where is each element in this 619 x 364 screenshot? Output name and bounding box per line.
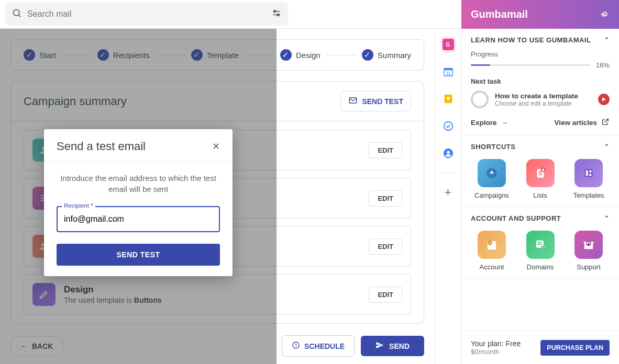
sidebar-add-icon[interactable]: +	[440, 185, 456, 200]
svg-rect-43	[586, 170, 588, 176]
svg-point-30	[447, 97, 450, 100]
progress-percent: 16%	[596, 61, 610, 69]
edit-design-button[interactable]: EDIT	[369, 287, 402, 303]
step-summary[interactable]: ✓Summary	[362, 49, 411, 61]
domains-link[interactable]: Domains	[519, 231, 561, 271]
plan-footer: Your plan: Free $0/month PURCHASE PLAN	[461, 331, 619, 364]
clock-icon	[292, 341, 300, 351]
sidebar-calendar-icon[interactable]: 31	[440, 64, 456, 79]
svg-rect-4	[274, 10, 275, 12]
recipient-input[interactable]	[57, 206, 220, 232]
domains-icon	[526, 231, 555, 259]
lists-icon	[526, 159, 555, 187]
gumbamail-logo-icon: ꩜	[600, 9, 610, 20]
sidebar-keep-icon[interactable]	[440, 91, 456, 107]
account-link[interactable]: Account	[471, 231, 513, 271]
edit-recipients-button[interactable]: EDIT	[369, 238, 402, 255]
envelope-icon	[348, 96, 358, 107]
chevron-up-icon: ⌃	[604, 143, 610, 151]
search-input[interactable]	[22, 9, 271, 19]
svg-point-33	[447, 151, 450, 154]
svg-point-58	[587, 243, 588, 244]
next-task-label: Next task	[471, 77, 610, 85]
search-icon	[12, 8, 22, 20]
svg-rect-45	[589, 174, 591, 176]
search-bar[interactable]	[5, 3, 288, 26]
plan-price: $0/month	[471, 348, 521, 356]
check-icon: ✓	[280, 49, 292, 61]
explore-link[interactable]: Explore→	[471, 118, 508, 128]
task-progress-icon	[471, 90, 489, 108]
arrow-right-icon: →	[501, 119, 509, 127]
next-task-row[interactable]: How to create a template Choose and edit…	[471, 90, 610, 108]
send-icon	[375, 341, 384, 351]
open-external-icon	[601, 118, 610, 128]
learn-section-header[interactable]: LEARN HOW TO USE GUMBAMAIL ⌃	[471, 36, 610, 44]
shortcut-campaigns[interactable]: Campaigns	[471, 159, 513, 199]
sidebar-contacts-icon[interactable]	[440, 145, 456, 161]
svg-rect-44	[589, 170, 591, 173]
svg-line-1	[19, 15, 21, 17]
templates-icon	[574, 159, 603, 187]
svg-point-48	[489, 242, 491, 244]
modal-hint: Introduce the email address to which the…	[57, 173, 220, 195]
chevron-up-icon: ⌃	[604, 214, 610, 222]
plan-text: Your plan: Free	[471, 339, 521, 348]
tune-icon[interactable]	[271, 8, 282, 20]
shortcuts-section-header[interactable]: SHORTCUTS ⌃	[471, 143, 610, 151]
chevron-up-icon: ⌃	[604, 36, 610, 44]
support-link[interactable]: Support	[568, 231, 610, 271]
send-test-button[interactable]: SEND TEST	[340, 91, 411, 111]
edit-sender-button[interactable]: EDIT	[369, 142, 402, 158]
check-icon: ✓	[362, 49, 373, 61]
account-icon	[478, 231, 506, 259]
play-icon[interactable]	[598, 94, 610, 105]
sidebar-gumbamail-icon[interactable]: G	[440, 37, 456, 52]
recipient-label: Recipient *	[62, 202, 95, 209]
shortcut-lists[interactable]: Lists	[519, 159, 561, 199]
svg-point-57	[586, 241, 591, 246]
sidebar-tasks-icon[interactable]	[440, 118, 456, 134]
close-icon[interactable]: ✕	[212, 141, 220, 152]
modal-overlay: Send a test email ✕ Introduce the email …	[0, 29, 277, 364]
schedule-button[interactable]: SCHEDULE	[282, 335, 355, 357]
svg-rect-5	[278, 14, 279, 16]
send-test-modal: Send a test email ✕ Introduce the email …	[44, 129, 233, 276]
view-articles-link[interactable]: View articles	[554, 118, 610, 128]
step-design[interactable]: ✓Design	[280, 49, 320, 61]
edit-subject-button[interactable]: EDIT	[369, 190, 402, 207]
support-icon	[574, 231, 603, 259]
right-panel: Gumbamail ꩜ LEARN HOW TO USE GUMBAMAIL ⌃…	[461, 29, 619, 364]
svg-point-59	[589, 243, 590, 244]
modal-send-test-button[interactable]: SEND TEST	[57, 244, 220, 266]
mini-sidebar: G 31 +	[435, 29, 461, 364]
svg-text:31: 31	[446, 71, 451, 76]
svg-rect-27	[444, 69, 452, 71]
shortcut-templates[interactable]: Templates	[568, 159, 610, 199]
purchase-plan-button[interactable]: PURCHASE PLAN	[540, 340, 610, 356]
svg-marker-34	[602, 97, 606, 101]
progress-bar	[471, 64, 591, 66]
right-panel-header: Gumbamail ꩜	[461, 0, 619, 29]
svg-point-0	[13, 9, 19, 16]
campaigns-icon	[478, 159, 506, 187]
svg-point-31	[444, 122, 452, 131]
send-button[interactable]: SEND	[361, 336, 424, 356]
account-section-header[interactable]: ACCOUNT AND SUPPORT ⌃	[471, 214, 610, 222]
progress-label: Progress	[471, 50, 610, 58]
modal-title: Send a test email	[57, 140, 146, 153]
